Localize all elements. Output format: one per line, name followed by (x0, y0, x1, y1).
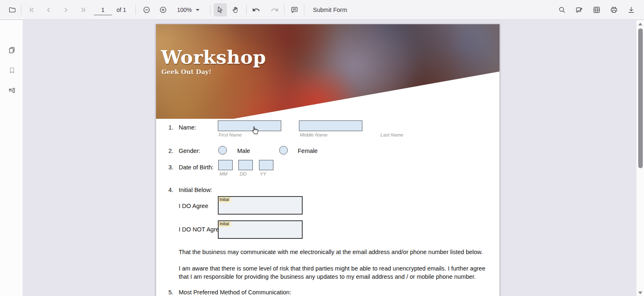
middle-name-caption: Middle Name (300, 132, 328, 137)
print-button[interactable] (607, 3, 621, 16)
q1-number: 1. (168, 124, 173, 131)
grid-icon (593, 6, 601, 14)
dob-day-field[interactable] (238, 160, 253, 170)
comment-icon (290, 6, 299, 14)
zoom-out-icon (142, 6, 151, 14)
scroll-down-arrow[interactable] (638, 291, 642, 294)
thumbnails-grid-button[interactable] (590, 3, 603, 16)
zoom-in-icon (159, 6, 167, 14)
q3-label: Date of Birth: (179, 164, 214, 171)
initial-tag: Initial (219, 221, 231, 227)
open-file-button[interactable] (6, 3, 19, 16)
initial-tag: Initial (219, 197, 231, 203)
chevron-right-icon (62, 6, 70, 14)
thumbnails-panel-button[interactable] (7, 45, 17, 56)
bookmarks-panel-button[interactable] (7, 65, 17, 76)
form-subtitle: Geek Out Day! (161, 68, 212, 76)
scrollbar-thumb[interactable] (638, 28, 643, 168)
not-agree-initial-field[interactable]: Initial (218, 220, 303, 239)
last-name-caption: Last Name (380, 132, 404, 137)
mm-caption: MM (219, 171, 227, 176)
q5-label: Most Preferred Method of Communication: (179, 289, 291, 296)
q2-number: 2. (168, 148, 173, 154)
bookmark-icon (8, 66, 16, 74)
zoom-level-dropdown[interactable]: 100% (175, 3, 203, 16)
hand-icon (231, 6, 240, 14)
toolbar-divider (21, 5, 21, 15)
pdf-page: Workshop Geek Out Day! 1. Name: First Na… (156, 24, 500, 296)
toolbar-divider (135, 5, 136, 15)
gender-female-radio[interactable] (279, 146, 288, 155)
male-label: Male (237, 148, 250, 154)
pages-icon (8, 46, 16, 54)
last-page-button[interactable] (77, 3, 90, 16)
folder-icon (8, 6, 16, 14)
toolbar: of 1 100% Submit Fo (0, 0, 644, 20)
form-title: Workshop (161, 46, 266, 68)
download-button[interactable] (625, 3, 638, 16)
undo-icon (252, 6, 260, 14)
signatures-panel-button[interactable] (7, 85, 17, 96)
previous-page-button[interactable] (42, 3, 55, 16)
vertical-scrollbar[interactable] (636, 20, 644, 296)
zoom-in-button[interactable] (156, 3, 170, 16)
q3-number: 3. (168, 164, 173, 171)
redo-button[interactable] (268, 3, 281, 16)
first-page-icon (28, 6, 36, 14)
yy-caption: YY (260, 171, 266, 176)
header-banner-image: Workshop Geek Out Day! (156, 24, 499, 119)
pan-tool-button[interactable] (229, 3, 242, 16)
printer-icon (610, 6, 618, 14)
q5-number: 5. (168, 289, 173, 296)
first-name-field[interactable] (218, 120, 281, 131)
select-tool-button[interactable] (214, 3, 227, 16)
signature-panel-icon (8, 86, 16, 95)
female-label: Female (298, 148, 317, 154)
toolbar-divider (304, 5, 304, 15)
toolbar-divider (210, 5, 210, 15)
consent-paragraph-2: I am aware that there is some level of r… (179, 264, 488, 281)
zoom-level-value: 100% (177, 7, 192, 13)
chevron-down-icon (195, 8, 200, 12)
page-count-label: of 1 (117, 0, 126, 20)
pdf-viewer-app: of 1 100% Submit Fo (0, 0, 644, 296)
not-agree-label: I DO NOT Agree (179, 226, 222, 233)
page-number-input[interactable] (94, 5, 112, 15)
dob-year-field[interactable] (259, 160, 273, 170)
q1-label: Name: (179, 124, 196, 131)
zoom-out-button[interactable] (140, 3, 153, 16)
search-button[interactable] (555, 3, 569, 16)
comment-button[interactable] (288, 3, 301, 16)
search-icon (558, 6, 566, 14)
cursor-arrow-icon (216, 6, 224, 14)
annotate-button[interactable] (573, 3, 586, 16)
q4-number: 4. (168, 187, 173, 193)
gender-male-radio[interactable] (218, 146, 227, 155)
consent-paragraph-1: That the business may communicate with m… (179, 248, 483, 256)
last-page-icon (79, 6, 87, 14)
note-edit-icon (575, 6, 583, 14)
dob-month-field[interactable] (218, 160, 233, 170)
dd-caption: DD (240, 171, 247, 176)
left-panel-bar (0, 20, 23, 296)
scroll-up-arrow[interactable] (638, 23, 642, 25)
toolbar-divider (246, 5, 247, 15)
document-viewport[interactable]: Workshop Geek Out Day! 1. Name: First Na… (23, 20, 636, 296)
next-page-button[interactable] (59, 3, 72, 16)
download-icon (627, 6, 635, 14)
toolbar-divider (284, 5, 285, 15)
first-page-button[interactable] (25, 3, 38, 16)
undo-button[interactable] (250, 3, 263, 16)
middle-name-field[interactable] (299, 120, 362, 131)
first-name-caption: First Name (219, 132, 242, 137)
redo-icon (271, 6, 279, 14)
chevron-left-icon (44, 6, 53, 14)
submit-form-button[interactable]: Submit Form (310, 3, 350, 16)
agree-label: I DO Agree (179, 203, 208, 209)
hand-cursor-pointer (250, 125, 260, 136)
q4-label: Initial Below: (179, 187, 212, 193)
q2-label: Gender: (179, 148, 200, 154)
agree-initial-field[interactable]: Initial (218, 196, 303, 215)
